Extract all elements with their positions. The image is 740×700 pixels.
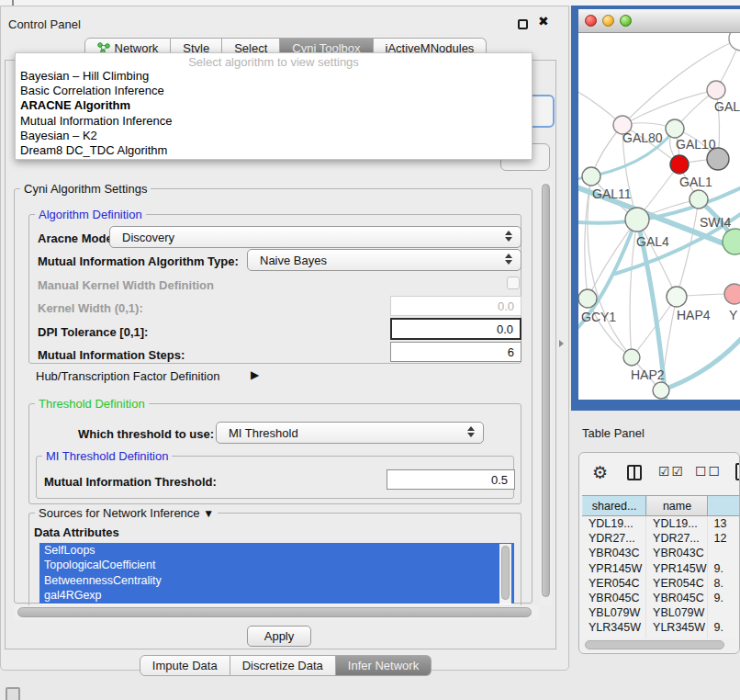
mi-steps-label: Mutual Information Steps: [38, 348, 185, 362]
settings-vertical-scrollbar[interactable] [540, 181, 552, 605]
close-icon[interactable]: ✖ [538, 14, 549, 28]
network-node[interactable] [723, 229, 740, 254]
hub-definition-label[interactable]: Hub/Transcription Factor Definition [36, 369, 219, 383]
network-node[interactable] [724, 284, 740, 304]
attribute-item-topologicalcoefficient[interactable]: TopologicalCoefficient [39, 558, 514, 572]
scrollbar-thumb[interactable] [542, 184, 550, 597]
attribute-item-gal4rgexp[interactable]: gal4RGexp [39, 588, 514, 603]
scrollbar-thumb[interactable] [501, 546, 510, 600]
table-header-row: shared...name [582, 495, 740, 516]
table-row[interactable]: YER054CYER054C8. [582, 576, 740, 591]
collapse-down-icon[interactable]: ▼ [203, 507, 214, 520]
network-node[interactable] [729, 33, 740, 51]
node-label-hap2: HAP2 [631, 367, 665, 382]
apply-label: Apply [264, 629, 295, 643]
manual-kernel-checkbox[interactable] [507, 277, 520, 289]
network-window-titlebar[interactable] [578, 9, 740, 33]
data-attributes-list[interactable]: SelfLoopsTopologicalCoefficientBetweenne… [39, 543, 514, 604]
kernel-width-field[interactable]: 0.0 [390, 296, 521, 316]
mi-steps-field[interactable]: 6 [390, 342, 521, 362]
network-canvas[interactable]: GALGAL80GAL10GAL1GAL11SWI4GAL4GCY1HAP4YH… [578, 33, 740, 400]
gear-icon[interactable]: ⚙ [592, 462, 608, 483]
algorithm-option-bayesian-k2[interactable]: Bayesian – K2 [16, 129, 532, 143]
network-node[interactable] [653, 382, 669, 399]
tab-discretize-data[interactable]: Discretize Data [230, 655, 336, 676]
table-row[interactable]: YDL19...YDL19...13 [582, 516, 740, 531]
network-node[interactable] [670, 155, 689, 174]
table-cell: YER054C [646, 576, 708, 591]
node-label-gal10: GAL10 [676, 137, 716, 152]
network-node[interactable] [667, 287, 687, 307]
aracne-mode-select[interactable]: Discovery [109, 226, 521, 248]
column-header-shared[interactable]: shared... [582, 496, 646, 515]
algorithm-option-bayesian-hill-climbing[interactable]: Bayesian – Hill Climbing [16, 69, 532, 84]
network-node[interactable] [578, 289, 597, 308]
algorithm-option-basic-correlation-inference[interactable]: Basic Correlation Inference [16, 84, 532, 98]
algorithm-option-dream8-dc-tdc-algorithm[interactable]: Dream8 DC_TDC Algorithm [16, 143, 532, 158]
table-cell: YER054C [582, 576, 646, 591]
network-node[interactable] [582, 167, 600, 186]
table-row[interactable]: YBR045CYBR045C9. [582, 591, 740, 605]
network-node[interactable] [666, 119, 684, 138]
stepper-icon [505, 254, 512, 265]
apply-button[interactable]: Apply [247, 626, 311, 647]
new-table-icon[interactable] [735, 463, 740, 480]
table-panel: ⚙ ☑☑ ☐☐ shared...nameYDL19...YDL19...13Y… [578, 452, 740, 654]
mi-type-select[interactable]: Naive Bayes [247, 249, 521, 271]
tab-infer-network[interactable]: Infer Network [336, 655, 432, 676]
column-header-name[interactable]: name [646, 496, 708, 515]
attribute-item-betweennesscentrality[interactable]: BetweennessCentrality [39, 573, 514, 588]
mi-threshold-value: 0.5 [491, 473, 508, 487]
zoom-traffic-icon[interactable] [620, 15, 632, 27]
settings-horizontal-scrollbar[interactable] [14, 605, 539, 620]
deselect-all-icon[interactable]: ☐☐ [695, 464, 722, 479]
float-window-icon[interactable] [518, 19, 528, 29]
attribute-item-selfloops[interactable]: SelfLoops [39, 543, 514, 558]
table-cell: 13 [708, 516, 740, 531]
network-edge [661, 338, 740, 390]
algorithm-option-aracne-algorithm[interactable]: ARACNE Algorithm [16, 98, 532, 113]
node-label-gal1: GAL1 [679, 175, 712, 189]
table-cell: 9. [708, 591, 740, 605]
table-horizontal-scrollbar[interactable] [581, 638, 739, 651]
network-node[interactable] [623, 349, 640, 366]
bottom-left-icon[interactable] [6, 687, 20, 700]
expand-right-icon[interactable]: ▶ [251, 368, 259, 381]
algorithm-option-mutual-information-inference[interactable]: Mutual Information Inference [16, 114, 532, 129]
node-label-gcy1: GCY1 [581, 310, 616, 324]
tab-label: Impute Data [152, 659, 218, 672]
mi-steps-value: 6 [508, 345, 514, 359]
mi-threshold-field[interactable]: 0.5 [387, 469, 515, 490]
scrollbar-thumb[interactable] [17, 607, 532, 617]
panel-title: Control Panel [8, 17, 81, 31]
network-node[interactable] [690, 190, 708, 209]
table-cell: YBL079W [582, 605, 646, 620]
table-row[interactable]: YDR27...YDR27...12 [582, 531, 740, 546]
select-all-icon[interactable]: ☑☑ [658, 464, 685, 479]
mi-type-value: Naive Bayes [260, 254, 327, 267]
column-header-clipped[interactable] [708, 496, 740, 515]
table-cell [708, 546, 740, 560]
dpi-tolerance-field[interactable]: 0.0 [390, 318, 521, 340]
which-threshold-select[interactable]: MI Threshold [216, 422, 484, 444]
minimize-traffic-icon[interactable] [602, 15, 614, 27]
table-row[interactable]: YPR145WYPR145W9. [582, 561, 740, 576]
tab-impute-data[interactable]: Impute Data [140, 655, 230, 676]
table-row[interactable]: YBR043CYBR043C [582, 546, 740, 560]
dropdown-items: Bayesian – Hill ClimbingBasic Correlatio… [16, 69, 532, 158]
table-row[interactable]: YBL079WYBL079W [582, 605, 740, 620]
network-node[interactable] [707, 81, 725, 99]
network-node[interactable] [625, 208, 649, 231]
table-row[interactable]: YLR345WYLR345W9. [582, 620, 740, 635]
close-traffic-icon[interactable] [585, 15, 597, 27]
kernel-width-value: 0.0 [498, 299, 514, 313]
aracne-mode-value: Discovery [122, 231, 174, 244]
node-label-gal80: GAL80 [622, 130, 663, 145]
node-label-swi4: SWI4 [700, 215, 731, 230]
attr-list-scrollbar[interactable] [499, 544, 511, 604]
split-columns-icon[interactable] [627, 465, 642, 480]
table-cell: YPR145W [646, 561, 708, 576]
scrollbar-thumb[interactable] [585, 640, 724, 649]
splitter-collapse-icon[interactable] [559, 340, 564, 347]
network-view-window: GALGAL80GAL10GAL1GAL11SWI4GAL4GCY1HAP4YH… [571, 6, 740, 411]
